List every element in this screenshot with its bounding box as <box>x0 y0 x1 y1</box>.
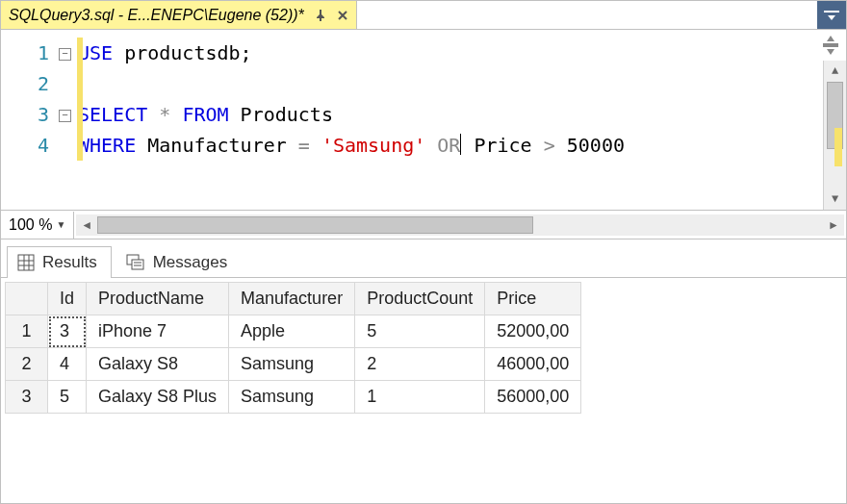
row-number[interactable]: 2 <box>6 348 48 381</box>
grid-corner <box>6 283 48 315</box>
cell-productname[interactable]: iPhone 7 <box>87 315 229 348</box>
cell-productcount[interactable]: 5 <box>355 315 485 348</box>
cell-id[interactable]: 4 <box>48 348 87 381</box>
zoom-value: 100 % <box>9 216 52 234</box>
col-header-id[interactable]: Id <box>48 283 87 315</box>
vertical-scrollbar[interactable]: ▲ ▼ <box>823 61 846 210</box>
row-number[interactable]: 1 <box>6 315 48 348</box>
header-row: Id ProductName Manufacturer ProductCount… <box>6 283 581 315</box>
cell-manufacturer[interactable]: Samsung <box>229 348 355 381</box>
cell-manufacturer[interactable]: Apple <box>229 315 355 348</box>
results-grid[interactable]: Id ProductName Manufacturer ProductCount… <box>5 282 581 414</box>
chevron-down-icon: ▼ <box>56 219 65 230</box>
document-tab[interactable]: SQLQuery3.sql - E...ENEPC\Eugene (52))* <box>1 1 357 29</box>
row-number[interactable]: 3 <box>6 381 48 414</box>
scrollbar-track[interactable] <box>97 214 823 236</box>
col-header-manufacturer[interactable]: Manufacturer <box>229 283 355 315</box>
cell-price[interactable]: 46000,00 <box>485 348 581 381</box>
line-number: 1 <box>1 38 49 68</box>
svg-marker-3 <box>827 36 834 41</box>
cell-productcount[interactable]: 1 <box>355 381 485 414</box>
line-number: 4 <box>1 130 49 161</box>
scrollbar-change-marker <box>834 128 842 166</box>
line-number: 3 <box>1 99 49 130</box>
code-token: productsdb; <box>113 41 252 64</box>
tab-results[interactable]: Results <box>7 246 112 278</box>
zoom-dropdown[interactable]: 100 % ▼ <box>1 212 74 239</box>
code-token: > <box>544 134 555 157</box>
code-token: Price <box>462 134 543 157</box>
scrollbar-thumb[interactable] <box>97 216 532 234</box>
document-tab-bar: SQLQuery3.sql - E...ENEPC\Eugene (52))* <box>1 1 846 30</box>
split-handle[interactable] <box>817 30 844 61</box>
code-token: OR <box>437 134 460 157</box>
svg-rect-0 <box>824 11 839 13</box>
change-indicator <box>77 38 83 161</box>
editor-footer: 100 % ▼ ◄ ► <box>1 211 846 239</box>
col-header-price[interactable]: Price <box>485 283 581 315</box>
code-token: SELECT <box>78 103 147 126</box>
scroll-up-icon[interactable]: ▲ <box>824 61 846 82</box>
svg-rect-11 <box>132 260 143 269</box>
sql-editor[interactable]: 1 2 3 4 − − USE productsdb; SELECT * FRO… <box>1 30 846 211</box>
pin-icon[interactable] <box>314 9 327 22</box>
scroll-down-icon[interactable]: ▼ <box>824 189 846 210</box>
code-token: 'Samsung' <box>310 134 437 157</box>
svg-rect-2 <box>823 43 838 47</box>
close-icon[interactable] <box>337 10 348 21</box>
code-token: USE <box>78 41 113 64</box>
fold-toggle[interactable]: − <box>59 48 71 61</box>
line-number-gutter: 1 2 3 4 <box>1 30 59 210</box>
code-token: * <box>147 103 182 126</box>
fold-toggle[interactable]: − <box>59 110 71 122</box>
svg-marker-1 <box>828 15 835 20</box>
code-token: FROM <box>182 103 228 126</box>
scroll-right-icon[interactable]: ► <box>823 218 844 232</box>
table-row[interactable]: 2 4 Galaxy S8 Samsung 2 46000,00 <box>6 348 581 381</box>
svg-rect-5 <box>18 255 34 270</box>
cell-productname[interactable]: Galaxy S8 <box>87 348 229 381</box>
code-token: = <box>298 134 310 157</box>
code-token: Products <box>229 103 333 126</box>
table-row[interactable]: 3 5 Galaxy S8 Plus Samsung 1 56000,00 <box>6 381 581 414</box>
document-tab-title: SQLQuery3.sql - E...ENEPC\Eugene (52))* <box>9 7 304 24</box>
col-header-productname[interactable]: ProductName <box>87 283 229 315</box>
cell-id[interactable]: 5 <box>48 381 87 414</box>
horizontal-scrollbar[interactable]: ◄ ► <box>76 214 844 236</box>
cell-price[interactable]: 52000,00 <box>485 315 581 348</box>
col-header-productcount[interactable]: ProductCount <box>355 283 485 315</box>
table-row[interactable]: 1 3 iPhone 7 Apple 5 52000,00 <box>6 315 581 348</box>
results-tab-bar: Results Messages <box>1 239 846 278</box>
cell-id[interactable]: 3 <box>48 315 87 348</box>
window-menu-button[interactable] <box>817 1 846 29</box>
code-content[interactable]: USE productsdb; SELECT * FROM Products W… <box>78 30 625 210</box>
tab-messages[interactable]: Messages <box>116 246 242 278</box>
cell-manufacturer[interactable]: Samsung <box>229 381 355 414</box>
cell-productcount[interactable]: 2 <box>355 348 485 381</box>
tab-label: Results <box>42 253 97 272</box>
fold-gutter: − − <box>59 30 78 210</box>
scroll-left-icon[interactable]: ◄ <box>76 218 97 232</box>
tab-label: Messages <box>153 253 227 272</box>
code-token: WHERE <box>78 134 136 157</box>
messages-icon <box>126 254 145 271</box>
line-number: 2 <box>1 68 49 99</box>
grid-icon <box>17 254 35 271</box>
code-token: 50000 <box>555 134 625 157</box>
code-token: Manufacturer <box>136 134 298 157</box>
cell-price[interactable]: 56000,00 <box>485 381 581 414</box>
svg-marker-4 <box>827 49 834 55</box>
cell-productname[interactable]: Galaxy S8 Plus <box>87 381 229 414</box>
